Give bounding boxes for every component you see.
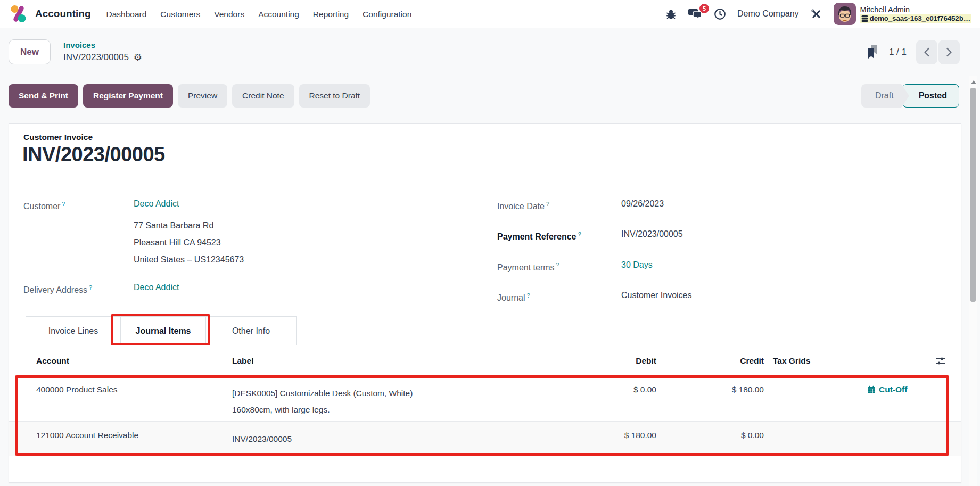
pager-count: 1 / 1	[889, 47, 907, 57]
invoice-date-value[interactable]: 09/26/2023	[621, 197, 664, 210]
tab-journal-items[interactable]: Journal Items	[121, 316, 206, 345]
address-line: United States – US12345673	[134, 251, 487, 268]
menu-configuration[interactable]: Configuration	[356, 0, 418, 28]
table-header-row: Account Label Debit Credit Tax Grids	[9, 345, 961, 376]
bookmark-icon[interactable]	[866, 45, 879, 59]
cell-label: [DESK0005] Customizable Desk (Custom, Wh…	[232, 385, 531, 418]
menu-vendors[interactable]: Vendors	[207, 0, 251, 28]
next-record-button[interactable]	[938, 40, 960, 64]
menu-accounting[interactable]: Accounting	[251, 0, 306, 28]
journal-value[interactable]: Customer Invoices	[621, 289, 692, 302]
column-label[interactable]: Label	[232, 352, 531, 369]
status-posted[interactable]: Posted	[902, 84, 959, 108]
cell-credit: $ 0.00	[656, 431, 764, 440]
accounting-app-icon	[9, 4, 29, 24]
status-widget: Draft Posted	[861, 84, 959, 108]
column-tax-grids[interactable]: Tax Grids	[764, 356, 861, 366]
optional-columns-icon[interactable]	[935, 356, 946, 366]
payment-reference-label: Payment Reference?	[497, 228, 621, 243]
calendar-icon	[867, 385, 876, 394]
field-invoice-date: Invoice Date? 09/26/2023	[497, 197, 944, 213]
cell-debit: $ 180.00	[531, 431, 656, 440]
field-journal: Journal? Customer Invoices	[497, 289, 944, 304]
debug-bug-icon[interactable]	[665, 9, 677, 20]
status-arrow	[901, 84, 909, 108]
database-name: demo_saas-163_e01f76452b…	[870, 14, 970, 23]
notebook-tabs: Invoice Lines Journal Items Other Info	[26, 316, 297, 345]
breadcrumb-invoices-link[interactable]: Invoices	[63, 39, 142, 51]
cell-debit: $ 0.00	[531, 385, 656, 394]
user-menu[interactable]: Mitchell Admin demo_saas-163_e01f76452b…	[834, 3, 971, 25]
cell-account: 121000 Account Receivable	[9, 431, 232, 440]
field-delivery-address: Delivery Address? Deco Addict	[23, 281, 487, 296]
unread-count-badge: 5	[699, 4, 709, 13]
journal-label: Journal?	[497, 289, 621, 304]
help-icon: ?	[89, 284, 92, 291]
scroll-up-arrow-icon[interactable]	[971, 80, 976, 84]
customer-value-link[interactable]: Deco Addict	[134, 197, 179, 210]
cell-credit: $ 180.00	[656, 385, 764, 394]
vertical-scrollbar[interactable]	[969, 76, 977, 486]
invoice-number-title: INV/2023/00005	[22, 143, 165, 166]
status-draft[interactable]: Draft	[861, 84, 901, 108]
send-print-button[interactable]: Send & Print	[9, 84, 78, 108]
fields-right-column: Invoice Date? 09/26/2023 Payment Referen…	[497, 197, 944, 319]
odoo-accounting-page: Accounting Dashboard Customers Vendors A…	[0, 0, 980, 486]
field-payment-reference: Payment Reference? INV/2023/00005	[497, 228, 944, 243]
reset-to-draft-button[interactable]: Reset to Draft	[299, 84, 370, 108]
field-customer: Customer? Deco Addict	[23, 197, 487, 213]
previous-record-button[interactable]	[916, 40, 937, 64]
breadcrumb-current: INV/2023/00005 ⚙	[63, 51, 142, 64]
payment-terms-value-link[interactable]: 30 Days	[621, 259, 653, 271]
help-icon: ?	[526, 292, 530, 299]
tab-invoice-lines[interactable]: Invoice Lines	[26, 316, 121, 345]
record-pager: 1 / 1	[866, 40, 960, 64]
payment-terms-label: Payment terms?	[497, 259, 621, 274]
register-payment-button[interactable]: Register Payment	[83, 84, 173, 108]
field-payment-terms: Payment terms? 30 Days	[497, 259, 944, 274]
cut-off-button[interactable]: Cut-Off	[867, 385, 907, 394]
delivery-address-value-link[interactable]: Deco Addict	[134, 281, 179, 294]
scrollbar-thumb[interactable]	[970, 88, 976, 302]
preview-button[interactable]: Preview	[178, 84, 227, 108]
help-icon: ?	[62, 201, 65, 207]
help-icon: ?	[546, 201, 549, 207]
pager-buttons	[916, 40, 960, 64]
tools-icon[interactable]	[810, 8, 822, 20]
notebook-tabs-row: Invoice Lines Journal Items Other Info	[9, 316, 961, 345]
tab-other-info[interactable]: Other Info	[206, 316, 297, 345]
column-account[interactable]: Account	[9, 356, 232, 366]
document-type-label: Customer Invoice	[23, 133, 93, 142]
column-debit[interactable]: Debit	[531, 356, 656, 366]
credit-note-button[interactable]: Credit Note	[232, 84, 294, 108]
navbar-systray: 5 Demo Company	[665, 3, 971, 25]
database-icon	[861, 15, 868, 22]
column-actions	[861, 356, 961, 366]
statusbar-row: Send & Print Register Payment Preview Cr…	[0, 76, 980, 123]
invoice-form-sheet: Customer Invoice INV/2023/00005 Customer…	[9, 123, 961, 483]
activities-clock-icon[interactable]	[714, 8, 726, 20]
payment-reference-value[interactable]: INV/2023/00005	[621, 228, 683, 241]
journal-items-table: Account Label Debit Credit Tax Grids	[9, 345, 961, 456]
user-info: Mitchell Admin demo_saas-163_e01f76452b…	[860, 5, 971, 23]
menu-customers[interactable]: Customers	[153, 0, 207, 28]
journal-item-row[interactable]: 400000 Product Sales [DESK0005] Customiz…	[9, 376, 961, 422]
cut-off-label: Cut-Off	[879, 385, 907, 394]
journal-item-row[interactable]: 121000 Account Receivable INV/2023/00005…	[9, 422, 961, 456]
app-name: Accounting	[35, 8, 91, 20]
customer-address: 77 Santa Barbara Rd Pleasant Hill CA 945…	[134, 217, 487, 268]
cell-actions: Cut-Off	[861, 385, 961, 394]
new-button[interactable]: New	[9, 39, 51, 64]
messages-chat-icon[interactable]: 5	[688, 7, 703, 20]
avatar	[834, 3, 856, 25]
company-switcher[interactable]: Demo Company	[737, 9, 799, 19]
column-credit[interactable]: Credit	[656, 356, 764, 366]
menu-reporting[interactable]: Reporting	[306, 0, 356, 28]
breadcrumb-current-label: INV/2023/00005	[63, 51, 129, 64]
control-panel-breadcrumb: New Invoices INV/2023/00005 ⚙ 1 / 1	[0, 28, 980, 76]
invoice-date-label: Invoice Date?	[497, 197, 621, 213]
app-switcher[interactable]: Accounting	[9, 4, 91, 24]
help-icon: ?	[578, 231, 582, 237]
gear-icon[interactable]: ⚙	[134, 53, 142, 62]
menu-dashboard[interactable]: Dashboard	[100, 0, 154, 28]
